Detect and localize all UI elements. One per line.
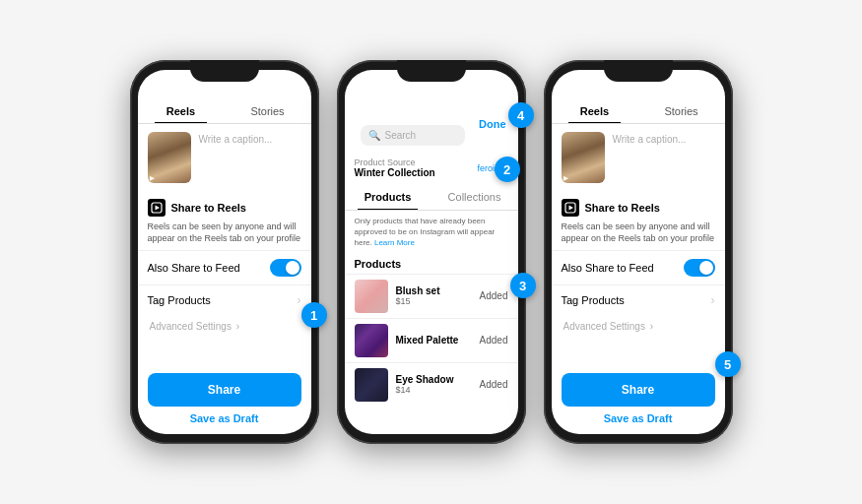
tab-stories-3[interactable]: Stories — [638, 97, 725, 123]
share-button-3[interactable]: Share — [562, 373, 715, 407]
search-input[interactable]: Search — [385, 130, 458, 141]
product-price-blush: $15 — [396, 296, 472, 306]
reels-icon-1 — [148, 199, 166, 217]
product-row-blush: Blush set $15 Added — [345, 274, 518, 318]
advanced-settings-1[interactable]: Advanced Settings › — [138, 315, 311, 338]
also-share-feed-label-1: Also Share to Feed — [148, 262, 240, 274]
search-top-row: 🔍 Search Done — [345, 70, 518, 154]
product-img-palette — [355, 324, 388, 357]
phone-1-screen: Reels Stories ▶ Write a caption... — [138, 70, 311, 434]
svg-marker-1 — [155, 206, 160, 211]
phone-2-wrapper: 🔍 Search Done Product Source Winter Coll… — [337, 60, 526, 444]
tag-products-label-1: Tag Products — [148, 294, 211, 306]
step-bubble-2: 2 — [495, 157, 520, 182]
share-button-1[interactable]: Share — [148, 373, 301, 407]
save-draft-3[interactable]: Save as Draft — [552, 412, 725, 434]
learn-more-link[interactable]: Learn More — [374, 238, 415, 247]
reels-title-3: Share to Reels — [585, 202, 660, 214]
product-name-eyeshadow: Eye Shadow — [396, 374, 472, 385]
save-draft-1[interactable]: Save as Draft — [138, 412, 311, 434]
post-preview-3: ▶ Write a caption... — [552, 124, 725, 191]
phone-1-wrapper: Reels Stories ▶ Write a caption... — [130, 60, 319, 444]
step-bubble-5: 5 — [715, 351, 741, 377]
product-img-eyeshadow — [355, 368, 388, 402]
product-source-value: Winter Collection — [355, 167, 435, 178]
tab-collections-2[interactable]: Collections — [431, 184, 518, 210]
also-share-feed-toggle-3[interactable] — [684, 259, 715, 277]
reels-sub-1: Reels can be seen by anyone and will app… — [138, 220, 311, 250]
phone-2-screen-inner: 🔍 Search Done Product Source Winter Coll… — [345, 70, 518, 434]
also-share-feed-row-1: Also Share to Feed — [138, 250, 311, 284]
also-share-feed-row-3: Also Share to Feed — [552, 250, 725, 284]
product-row-eyeshadow: Eye Shadow $14 Added — [345, 362, 518, 407]
product-info-blush: Blush set $15 — [396, 285, 472, 306]
post-thumbnail-1: ▶ — [148, 132, 191, 183]
tag-products-chevron-3: › — [711, 293, 715, 307]
added-badge-eyeshadow: Added — [480, 379, 508, 390]
phone-1-notch — [190, 60, 259, 82]
tab-reels-1[interactable]: Reels — [138, 97, 225, 123]
also-share-feed-label-3: Also Share to Feed — [562, 262, 654, 274]
product-source-label: Product Source — [355, 158, 435, 167]
caption-placeholder-3[interactable]: Write a caption... — [613, 132, 715, 145]
product-info-eyeshadow: Eye Shadow $14 — [396, 374, 472, 395]
tag-products-chevron-1: › — [298, 293, 301, 307]
tag-products-row-3[interactable]: Tag Products › — [552, 284, 725, 315]
step-bubble-4: 4 — [508, 102, 534, 128]
phone-1-screen-inner: Reels Stories ▶ Write a caption... — [138, 70, 311, 434]
tab-stories-1[interactable]: Stories — [225, 97, 311, 123]
phone-2-tab-bar: Products Collections — [345, 184, 518, 211]
product-row-palette: Mixed Palette Added — [345, 318, 518, 362]
product-source-row: Product Source Winter Collection feroidl… — [345, 154, 518, 180]
caption-placeholder-1[interactable]: Write a caption... — [199, 132, 301, 145]
also-share-feed-toggle-1[interactable] — [270, 259, 301, 277]
added-badge-blush: Added — [480, 290, 508, 301]
product-name-palette: Mixed Palette — [396, 335, 472, 346]
products-section-label: Products — [345, 254, 518, 274]
search-icon: 🔍 — [368, 130, 380, 141]
phone-2: 🔍 Search Done Product Source Winter Coll… — [337, 60, 526, 444]
product-price-eyeshadow: $14 — [396, 385, 472, 395]
post-thumb-label-3: ▶ — [564, 174, 568, 181]
reels-icon-row-1: Share to Reels — [138, 191, 311, 220]
phone-3-screen-inner: Reels Stories ▶ Write a caption... — [552, 70, 725, 434]
step-bubble-3: 3 — [510, 273, 536, 298]
post-thumb-label-1: ▶ — [150, 174, 155, 181]
phone-2-notch — [397, 60, 466, 82]
phone-1: Reels Stories ▶ Write a caption... — [130, 60, 319, 444]
tab-products-2[interactable]: Products — [345, 184, 431, 210]
phone-3-wrapper: Reels Stories ▶ Write a caption... — [544, 60, 733, 444]
added-badge-palette: Added — [480, 335, 508, 346]
reels-icon-3 — [562, 199, 579, 217]
product-img-blush — [355, 280, 388, 313]
tag-products-row-1[interactable]: Tag Products › — [138, 284, 311, 315]
step-bubble-1: 1 — [301, 302, 327, 328]
phone-3: Reels Stories ▶ Write a caption... — [544, 60, 733, 444]
phone-3-notch — [604, 60, 673, 82]
phone-2-screen: 🔍 Search Done Product Source Winter Coll… — [345, 70, 518, 434]
tag-products-label-3: Tag Products — [562, 294, 625, 306]
product-name-blush: Blush set — [396, 285, 472, 296]
done-button[interactable]: Done — [479, 118, 506, 130]
tab-reels-3[interactable]: Reels — [552, 97, 638, 123]
reels-icon-row-3: Share to Reels — [552, 191, 725, 220]
reels-title-1: Share to Reels — [171, 202, 246, 214]
svg-marker-3 — [568, 206, 573, 211]
product-source-col: Product Source Winter Collection — [355, 158, 435, 178]
post-preview-1: ▶ Write a caption... — [138, 124, 311, 191]
reels-sub-3: Reels can be seen by anyone and will app… — [552, 220, 725, 250]
phone-3-screen: Reels Stories ▶ Write a caption... — [552, 70, 725, 434]
approval-note: Only products that have already been app… — [345, 211, 518, 254]
search-bar[interactable]: 🔍 Search — [361, 125, 466, 146]
advanced-settings-3[interactable]: Advanced Settings › — [552, 315, 725, 338]
post-thumbnail-3: ▶ — [562, 132, 605, 183]
product-info-palette: Mixed Palette — [396, 335, 472, 346]
